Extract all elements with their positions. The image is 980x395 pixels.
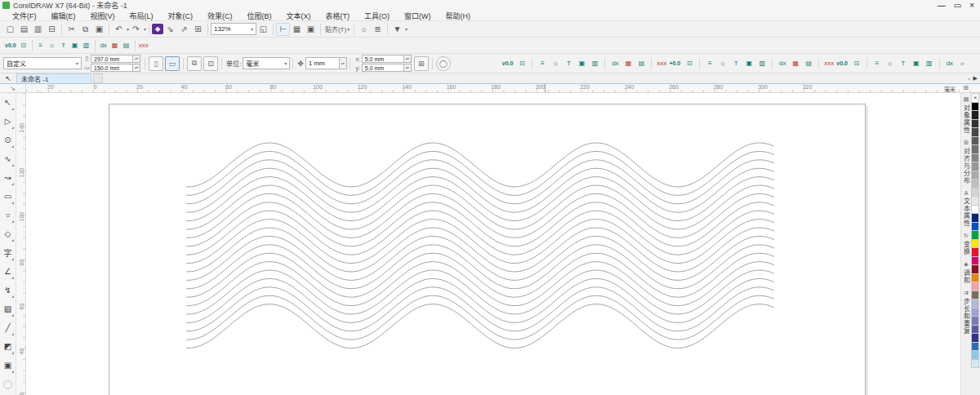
restore-button[interactable]: ▭: [954, 0, 961, 11]
duplicate-y-spinner[interactable]: ▴▾: [404, 64, 412, 72]
options-button[interactable]: ☼: [357, 23, 371, 36]
page-height-input[interactable]: 150.0 mm: [91, 64, 133, 72]
full-screen-preview-button[interactable]: ◱: [256, 23, 270, 36]
dimension-tool[interactable]: ∠: [0, 262, 16, 281]
macro-layers-icon[interactable]: ▤: [121, 39, 132, 52]
cut-button[interactable]: ✂: [65, 23, 78, 36]
units-select[interactable]: 毫米 ▾: [243, 57, 290, 69]
import-button[interactable]: ⇘: [163, 23, 177, 36]
macro-lock-icon[interactable]: ⊡: [851, 57, 862, 70]
duplicate-options-button[interactable]: ⊞: [414, 56, 429, 71]
application-launcher-button[interactable]: ⊞: [191, 23, 205, 36]
horizontal-ruler[interactable]: ↘ 毫米 ⊞ 200204060801001201401601802002202…: [0, 84, 980, 93]
menu-item-8[interactable]: 表格(T): [318, 11, 358, 21]
duplicate-y-input[interactable]: 5.0 mm: [362, 64, 404, 72]
color-eyedropper-tool[interactable]: ╱: [0, 318, 16, 337]
nudge-distance-input[interactable]: 1 mm: [305, 57, 340, 69]
zoom-tool[interactable]: ⊙: [0, 131, 16, 149]
search-content-button[interactable]: ◆: [152, 24, 163, 34]
macro-grid-icon[interactable]: ▦: [622, 57, 634, 70]
macro-box-icon[interactable]: ▣: [69, 39, 81, 52]
menu-item-9[interactable]: 工具(O): [357, 11, 397, 21]
landscape-button[interactable]: ▭: [165, 56, 180, 71]
docker-tab-transform[interactable]: ↻变换: [962, 233, 971, 255]
macro-box-icon[interactable]: ▣: [911, 57, 922, 70]
menu-item-11[interactable]: 帮助(H): [439, 11, 479, 21]
macro-distribute-icon[interactable]: ≡: [35, 39, 47, 52]
shape-tool[interactable]: ▷: [0, 112, 16, 131]
menu-item-10[interactable]: 窗口(W): [397, 11, 439, 21]
nudge-spinner[interactable]: ▴▾: [340, 57, 347, 69]
color-swatch-31[interactable]: [971, 359, 979, 369]
page-width-input[interactable]: 297.0 mm: [91, 55, 133, 63]
macro-gear-icon[interactable]: ☼: [717, 57, 728, 70]
current-page-button[interactable]: ⊡: [203, 56, 218, 71]
menu-item-2[interactable]: 视图(V): [83, 11, 122, 21]
macro-copy-icon[interactable]: ▥: [756, 57, 768, 70]
connector-tool[interactable]: ↯: [0, 281, 16, 300]
pick-tool[interactable]: ↖: [0, 93, 16, 112]
show-rulers-toggle[interactable]: ⊢: [276, 23, 290, 36]
text-tool[interactable]: 字: [0, 243, 16, 262]
treat-as-filled-button[interactable]: ◯: [436, 56, 451, 71]
ruler-origin-icon[interactable]: ↘: [0, 84, 26, 92]
docker-tab-align-distribute[interactable]: ⊞对齐与分布: [962, 140, 971, 184]
list-options-button[interactable]: ≣: [371, 23, 385, 36]
welcome-dropdown-arrow[interactable]: ▾: [405, 26, 408, 32]
all-pages-button[interactable]: ⧉: [187, 56, 202, 71]
toolbar-overflow-chevron[interactable]: »: [960, 60, 964, 68]
show-guidelines-toggle[interactable]: ▣: [304, 23, 318, 36]
macro-layers-icon[interactable]: ▤: [635, 57, 647, 70]
new-document-tab-button[interactable]: [93, 73, 103, 83]
docker-collapse-button[interactable]: ▫: [968, 76, 969, 82]
macro-xxx-icon[interactable]: xxx: [823, 57, 835, 70]
menu-item-5[interactable]: 效果(C): [200, 11, 240, 21]
duplicate-x-input[interactable]: 5.0 mm: [362, 55, 404, 63]
macro-xxx-icon[interactable]: xxx: [138, 39, 149, 52]
no-color-swatch[interactable]: ×: [971, 93, 979, 103]
page-height-spinner[interactable]: ▴▾: [133, 64, 140, 72]
menu-item-7[interactable]: 文本(X): [279, 11, 318, 21]
macro-box-icon[interactable]: ▣: [743, 57, 755, 70]
docker-tab-text-properties[interactable]: A文本属性: [962, 190, 971, 227]
ruler-units-icon[interactable]: ⊞: [963, 84, 969, 91]
macro-lock-icon[interactable]: ⊡: [684, 57, 695, 70]
redo-dropdown-arrow[interactable]: ▾: [144, 26, 146, 32]
print-button[interactable]: ⊟: [45, 23, 59, 36]
save-button[interactable]: ▥: [31, 23, 45, 36]
macro-gear-icon[interactable]: ☼: [884, 57, 896, 70]
snap-to-menu-button[interactable]: 贴齐(T) ▾: [323, 23, 351, 36]
page-preset-select[interactable]: 自定义 ▾: [3, 57, 82, 69]
show-grid-toggle[interactable]: ▦: [290, 23, 304, 36]
export-button[interactable]: ⇗: [177, 23, 191, 36]
menu-item-0[interactable]: 文件(F): [5, 11, 44, 21]
open-button[interactable]: ▤: [17, 23, 31, 36]
vertical-ruler[interactable]: 14012010080604020: [16, 93, 26, 395]
macro-copy-icon[interactable]: ▥: [924, 57, 935, 70]
macro-xxx-icon[interactable]: xxx: [656, 57, 667, 70]
macro-grid-icon[interactable]: ▦: [790, 57, 801, 70]
portrait-button[interactable]: ▯: [149, 56, 163, 71]
docker-tab-step-repeat[interactable]: ⇉步长和重复: [962, 290, 971, 335]
paste-button[interactable]: ▣: [92, 23, 106, 36]
macro-dx-icon[interactable]: dx: [609, 57, 621, 70]
horizontal-ruler-scale[interactable]: 毫米 ⊞ 20020406080100120140160180200220240…: [26, 84, 980, 92]
macro-position-icon[interactable]: T: [58, 39, 69, 52]
macro-dx-icon[interactable]: dx: [98, 39, 109, 52]
canvas-area[interactable]: [26, 93, 960, 395]
drop-shadow-tool[interactable]: ▧: [0, 300, 16, 318]
menu-item-3[interactable]: 布局(L): [122, 11, 161, 21]
duplicate-x-spinner[interactable]: ▴▾: [404, 55, 412, 63]
interactive-fill-tool[interactable]: ◩: [0, 337, 16, 356]
macro-position-icon[interactable]: T: [730, 57, 742, 70]
palette-flyout-button[interactable]: ▶: [973, 75, 978, 82]
close-button[interactable]: ×: [969, 0, 974, 11]
docker-tab-blend[interactable]: ◈调和: [962, 261, 971, 284]
polygon-tool[interactable]: ◇: [0, 224, 16, 243]
macro-distribute-icon[interactable]: ≡: [537, 57, 548, 70]
macro-gear-icon[interactable]: ☼: [550, 57, 561, 70]
menu-item-6[interactable]: 位图(B): [240, 11, 279, 21]
document-tab[interactable]: 未命名 -1: [16, 73, 91, 83]
smart-fill-tool[interactable]: ▣: [0, 356, 16, 375]
macro-copy-icon[interactable]: ▥: [81, 39, 92, 52]
